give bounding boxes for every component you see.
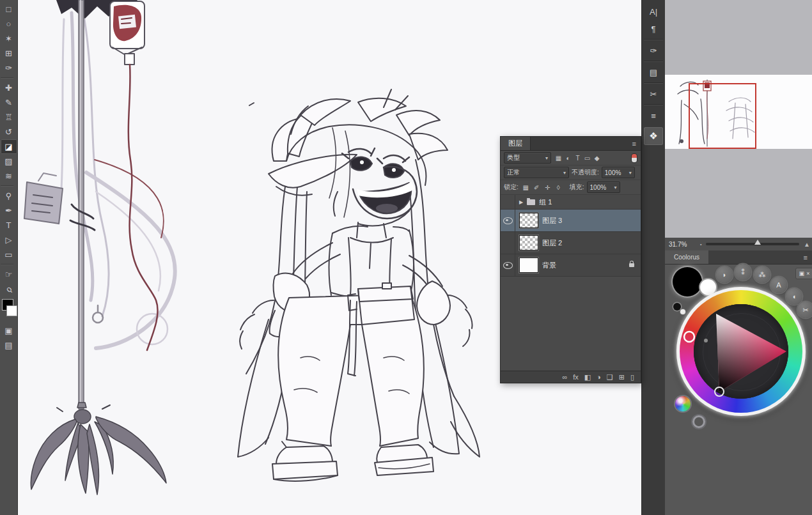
mini-background-swatch[interactable] (680, 309, 685, 314)
layers-panel: 图层 ≡ 类型▾ ▦◐T▭◆ 正常▾ 不透明度: 100%▾ 锁定: (500, 136, 641, 383)
group-expand-icon[interactable]: ▶ (519, 199, 523, 205)
layer-row-2[interactable]: 图层 2 (501, 232, 641, 254)
rect-marquee-tool[interactable]: □ (1, 2, 17, 17)
zoom-slider-thumb[interactable] (754, 240, 761, 245)
mix-button-3[interactable]: ⁂ (754, 266, 770, 283)
hand-tool[interactable]: ☞ (1, 267, 17, 282)
layer2-visibility[interactable] (501, 232, 515, 254)
adjustment-layer-icon[interactable]: ◑ (597, 374, 601, 381)
mix-button-5[interactable]: ◖ (786, 288, 802, 305)
fill-label: 填充: (570, 183, 584, 192)
brush-panel-icon[interactable]: ✑ (644, 42, 663, 59)
navigator-view-rectangle[interactable] (689, 83, 756, 149)
screen-mode-button[interactable]: ▤ (1, 338, 17, 353)
group-visibility-well[interactable] (501, 195, 515, 209)
quick-mask-button[interactable]: ▣ (1, 323, 17, 338)
hue-ring[interactable] (680, 290, 802, 413)
lock-all-icon[interactable]: ◊ (554, 183, 563, 192)
filter-smart-object-icon[interactable]: ◆ (592, 153, 602, 163)
lock-label: 锁定: (504, 183, 519, 192)
character-panel-icon[interactable]: A| (644, 3, 663, 20)
type-tool[interactable]: T (1, 218, 17, 233)
dodge-tool[interactable]: ⚲ (1, 188, 17, 203)
clone-stamp-tool[interactable]: ♖ (1, 110, 17, 125)
paragraph-panel-icon[interactable]: ¶ (644, 20, 663, 37)
background-layer-row[interactable]: 背景 (501, 254, 641, 277)
opacity-label: 不透明度: (572, 168, 599, 177)
delete-layer-icon[interactable]: ▯ (630, 374, 634, 381)
lock-row: 锁定: ▦✐✛◊ 填充: 100%▾ (501, 180, 641, 195)
fill-combo[interactable]: 100%▾ (587, 181, 620, 193)
clone-source-panel-icon[interactable]: ▤ (644, 64, 663, 81)
mini-foreground-swatch[interactable] (673, 303, 681, 311)
new-group-icon[interactable]: ❑ (607, 374, 613, 381)
shape-tool[interactable]: ▭ (1, 247, 17, 262)
new-layer-icon[interactable]: ⊞ (619, 374, 625, 381)
filter-shape-icon[interactable]: ▭ (582, 153, 592, 163)
crop-tool[interactable]: ⊞ (1, 46, 17, 61)
styles-panel-icon[interactable]: ≡ (644, 107, 663, 124)
smudge-tool[interactable]: ≋ (1, 169, 17, 183)
group-row[interactable]: ▶ 组 1 (501, 195, 641, 210)
path-select-tool[interactable]: ▷ (1, 233, 17, 247)
zoom-in-icon[interactable]: ▲ (804, 241, 810, 248)
filter-toggle[interactable] (631, 153, 637, 163)
mix-button-4[interactable]: A (770, 277, 787, 293)
history-brush-tool[interactable]: ↺ (1, 125, 17, 139)
eraser-tool[interactable]: ◪ (1, 139, 17, 154)
eyedropper-tool[interactable]: ✑ (1, 61, 17, 75)
quick-select-tool[interactable]: ✶ (1, 31, 17, 46)
lasso-tool[interactable]: ○ (1, 17, 17, 31)
pen-tool[interactable]: ✒ (1, 203, 17, 218)
panel-dock: A|¶✑▤✂≡ ❖ (641, 0, 665, 515)
brush-tool[interactable]: ✎ (1, 95, 17, 110)
navigator-panel: 31.7% ▪ ▲ (665, 0, 812, 250)
link-layers-icon[interactable]: ∞ (562, 374, 567, 381)
ring-mode-icon[interactable] (692, 415, 705, 428)
mix-button-2[interactable]: ⁑ (735, 264, 751, 281)
blend-mode-combo[interactable]: 正常▾ (504, 167, 569, 178)
layer-mask-icon[interactable]: ◧ (584, 374, 591, 381)
tool-presets-panel-icon[interactable]: ✂ (644, 86, 663, 102)
lock-position-icon[interactable]: ✛ (543, 183, 552, 192)
layers-panel-menu-icon[interactable]: ≡ (632, 140, 641, 148)
layer-row-3[interactable]: 图层 3 (501, 210, 641, 232)
layer2-thumbnail[interactable] (519, 235, 538, 250)
navigator-zoom-value[interactable]: 31.7% (665, 241, 698, 248)
layer3-name[interactable]: 图层 3 (542, 216, 562, 226)
filter-kind-combo[interactable]: 类型▾ (504, 152, 551, 164)
layers-footer: ∞fx◧◑❑⊞▯ (501, 371, 641, 383)
layer2-name[interactable]: 图层 2 (542, 238, 562, 248)
panel-window-button[interactable]: ▣× (795, 268, 812, 279)
lock-pixels-icon[interactable]: ✐ (532, 183, 542, 192)
filter-adjustment-icon[interactable]: ◐ (563, 153, 573, 163)
lock-transparency-icon[interactable]: ▦ (521, 183, 531, 192)
layer3-thumbnail[interactable] (519, 213, 538, 228)
zoom-tool[interactable]: ϙ (1, 282, 17, 296)
opacity-combo[interactable]: 100%▾ (602, 167, 635, 178)
color-wheel[interactable] (676, 287, 806, 416)
healing-brush-tool[interactable]: ✚ (1, 81, 17, 95)
color-sphere-icon[interactable] (675, 396, 691, 411)
navigator-zoom-slider[interactable] (706, 243, 799, 245)
layers-panel-dock-button[interactable]: ❖ (644, 127, 663, 145)
navigator-zoom-bar: 31.7% ▪ ▲ (665, 238, 812, 250)
color-panel-menu-icon[interactable]: ≡ (804, 254, 812, 261)
layer3-visibility[interactable] (501, 210, 515, 231)
lock-icons: ▦✐✛◊ (521, 183, 563, 192)
foreground-color-circle[interactable] (673, 267, 702, 296)
background-color-swatch[interactable] (6, 305, 17, 316)
color-panel-tab[interactable]: Coolorus (665, 250, 708, 264)
mix-button-1[interactable]: ◗ (716, 266, 733, 283)
background-thumbnail[interactable] (519, 258, 538, 273)
background-name[interactable]: 背景 (542, 261, 556, 270)
background-visibility[interactable] (501, 254, 515, 276)
gradient-tool[interactable]: ▨ (1, 154, 17, 169)
layers-tab[interactable]: 图层 (501, 137, 531, 150)
layer-style-icon[interactable]: fx (573, 374, 579, 381)
zoom-out-icon[interactable]: ▪ (700, 242, 701, 247)
filter-type-icon[interactable]: T (573, 153, 582, 163)
dock-icons: A|¶✑▤✂≡ (644, 3, 663, 125)
snip-button[interactable]: ✂ (797, 302, 812, 318)
filter-pixel-icon[interactable]: ▦ (554, 153, 563, 163)
